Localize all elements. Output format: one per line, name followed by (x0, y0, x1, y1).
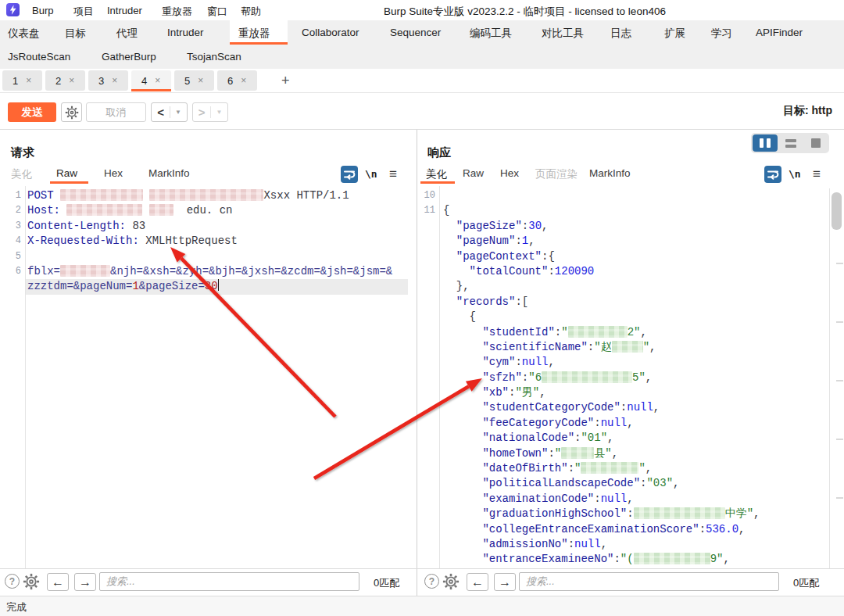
response-line[interactable]: "studentCategoryCode":null, (443, 400, 760, 415)
response-tab-4[interactable]: MarkInfo (589, 167, 631, 179)
request-tab-1[interactable]: Raw (56, 167, 77, 179)
request-line[interactable]: zzztdm=&pageNum=1&pageSize=30 (27, 279, 392, 294)
response-line[interactable]: "examinationCode":null, (443, 492, 760, 507)
panel-divider[interactable] (417, 130, 417, 596)
tab-sequencer[interactable]: Sequencer (390, 27, 441, 38)
request-line[interactable] (27, 249, 392, 264)
response-line[interactable]: }, (443, 279, 760, 294)
response-line[interactable]: "totalCount":120090 (443, 264, 760, 279)
response-line[interactable]: "records":[ (443, 295, 760, 310)
tab-学习[interactable]: 学习 (711, 27, 732, 41)
response-line[interactable]: "pageNum":1, (443, 234, 760, 249)
tab-对比工具[interactable]: 对比工具 (542, 27, 584, 41)
response-line[interactable]: "nationalCode":"01", (443, 431, 760, 446)
close-tab-icon[interactable]: × (69, 75, 74, 86)
request-line[interactable]: Host: edu. cn (27, 203, 392, 218)
tab-intruder[interactable]: Intruder (167, 27, 204, 38)
response-line[interactable]: "entranceExamineeNo":"(9", (443, 552, 760, 567)
tab-collaborator[interactable]: Collaborator (302, 27, 359, 38)
response-next-match-button[interactable]: → (494, 573, 516, 591)
response-prev-match-button[interactable]: ← (467, 573, 488, 591)
add-tab-button[interactable]: + (281, 73, 290, 89)
response-line[interactable]: "xb":"男", (443, 385, 760, 400)
tab-重放器[interactable]: 重放器 (238, 27, 270, 41)
response-line[interactable]: "pageContext":{ (443, 249, 760, 264)
menu-repeater[interactable]: 重放器 (162, 5, 192, 19)
back-dropdown-icon[interactable]: ▼ (175, 109, 181, 116)
close-tab-icon[interactable]: × (198, 75, 203, 86)
request-next-match-button[interactable]: → (74, 573, 96, 591)
request-settings-icon[interactable] (23, 573, 40, 590)
response-settings-icon[interactable] (442, 573, 460, 590)
response-line[interactable]: "pageSize":30, (443, 219, 760, 234)
response-help-icon[interactable]: ? (424, 574, 439, 589)
request-line[interactable]: X-Requested-With: XMLHttpRequest (27, 234, 392, 249)
response-line[interactable]: "politicalLandscapeCode":"03", (443, 476, 760, 491)
repeater-tab-1[interactable]: 1× (2, 70, 42, 91)
send-settings-button[interactable] (61, 102, 82, 122)
response-line[interactable]: { (443, 203, 760, 218)
response-line[interactable]: "feeCategoryCode":null, (443, 416, 760, 431)
response-line[interactable]: "homeTown":"县", (443, 446, 760, 461)
request-line[interactable]: fblx=&njh=&xsh=&zyh=&bjh=&jxsh=&zcdm=&js… (27, 264, 392, 279)
menu-help[interactable]: 帮助 (241, 5, 261, 19)
request-prev-match-button[interactable]: ← (47, 573, 69, 591)
response-line[interactable]: "graduationHighSchool":中学", (443, 507, 760, 521)
tab-扩展[interactable]: 扩展 (664, 27, 685, 41)
tab-apifinder[interactable]: APIFinder (756, 27, 803, 38)
tab-编码工具[interactable]: 编码工具 (470, 27, 512, 41)
layout-rows-button[interactable] (778, 134, 803, 152)
request-editor[interactable]: POST Xsxx HTTP/1.1Host: edu. cnContent-L… (27, 188, 392, 295)
response-line[interactable] (443, 188, 760, 203)
response-tab-2[interactable]: Hex (500, 167, 519, 179)
response-editor[interactable]: { "pageSize":30, "pageNum":1, "pageConte… (443, 188, 760, 568)
response-tab-1[interactable]: Raw (463, 167, 484, 179)
history-back-button[interactable]: <▼ (151, 102, 188, 122)
request-tab-3[interactable]: MarkInfo (148, 167, 190, 179)
tab-目标[interactable]: 目标 (65, 27, 86, 41)
tab-仪表盘[interactable]: 仪表盘 (8, 27, 40, 41)
close-tab-icon[interactable]: × (26, 75, 31, 86)
layout-single-button[interactable] (804, 134, 828, 152)
response-line[interactable]: "sfzh":"65", (443, 371, 760, 385)
response-line[interactable]: "dateOfBirth":"", (443, 461, 760, 476)
history-forward-button[interactable]: >▼ (192, 102, 228, 122)
response-tab-0[interactable]: 美化 (426, 167, 447, 181)
repeater-tab-2[interactable]: 2× (45, 70, 85, 91)
response-line[interactable]: "admissionNo":null, (443, 537, 760, 552)
send-button[interactable]: 发送 (8, 102, 56, 122)
tab-jsroutescan[interactable]: JsRouteScan (8, 51, 70, 63)
repeater-tab-5[interactable]: 5× (174, 70, 214, 91)
menu-window[interactable]: 窗口 (207, 5, 227, 19)
editor-menu-icon[interactable]: ≡ (813, 167, 821, 182)
response-search-input[interactable]: 搜索... (519, 572, 779, 591)
response-line[interactable]: { (443, 310, 760, 324)
response-line[interactable]: "collegeEntranceExaminationScore":536.0, (443, 522, 760, 537)
response-line[interactable]: "studentId":"2", (443, 325, 760, 340)
menu-project[interactable]: 项目 (73, 5, 94, 19)
request-tab-0[interactable]: 美化 (11, 167, 32, 181)
repeater-tab-3[interactable]: 3× (88, 70, 128, 91)
newline-toggle-icon[interactable]: \n (365, 168, 377, 180)
editor-menu-icon[interactable]: ≡ (389, 167, 397, 182)
request-line[interactable]: Content-Length: 83 (27, 219, 392, 234)
menu-intruder[interactable]: Intruder (107, 5, 142, 16)
response-line[interactable]: "scientificName":"赵", (443, 340, 760, 355)
menu-burp[interactable]: Burp (32, 5, 53, 16)
response-line[interactable]: "cym":null, (443, 355, 760, 370)
response-tab-3[interactable]: 页面渲染 (535, 167, 578, 181)
tab-gatherburp[interactable]: GatherBurp (102, 51, 156, 63)
close-tab-icon[interactable]: × (112, 75, 117, 86)
tab-代理[interactable]: 代理 (116, 27, 138, 41)
tab-tsojanscan[interactable]: TsojanScan (187, 51, 241, 63)
layout-columns-button[interactable] (753, 134, 778, 152)
repeater-tab-4[interactable]: 4× (131, 70, 171, 91)
request-line[interactable]: POST Xsxx HTTP/1.1 (27, 188, 392, 203)
cancel-button[interactable]: 取消 (86, 102, 146, 122)
word-wrap-icon[interactable] (341, 166, 358, 183)
repeater-tab-6[interactable]: 6× (217, 70, 257, 91)
word-wrap-icon[interactable] (764, 166, 781, 183)
request-tab-2[interactable]: Hex (104, 167, 123, 179)
forward-dropdown-icon[interactable]: ▼ (216, 109, 222, 116)
tab-日志[interactable]: 日志 (610, 27, 631, 41)
